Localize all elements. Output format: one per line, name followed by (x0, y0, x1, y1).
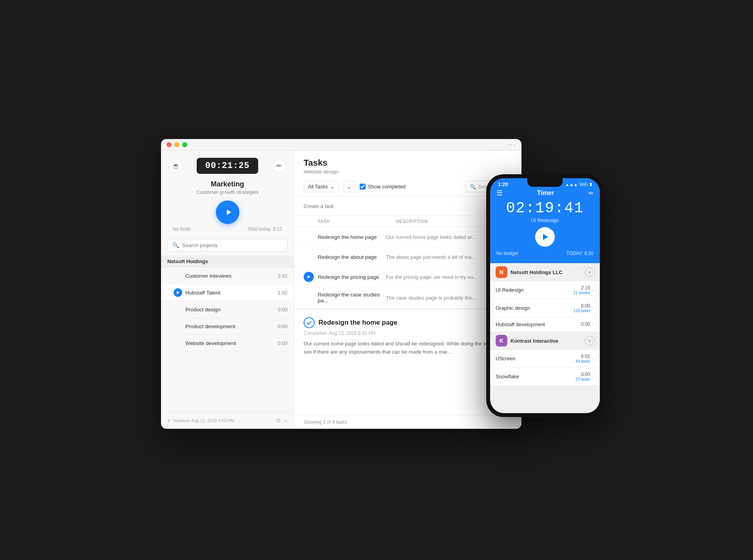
secondary-select[interactable]: ⌄ (343, 181, 356, 192)
project-item-active[interactable]: Hubstaff Talent 1:02 (161, 284, 294, 301)
phone-play-button[interactable] (535, 227, 555, 247)
phone-project-hubstaff-dev[interactable]: Hubstaff development 0:00 › (490, 317, 600, 332)
search-projects-input[interactable] (182, 242, 282, 248)
svg-marker-2 (308, 275, 310, 278)
search-bar[interactable]: 🔍 (167, 239, 288, 251)
project-time: 2:42 (278, 273, 288, 279)
minimize-button[interactable] (174, 142, 179, 147)
edit-icon-button[interactable]: ✏ (272, 159, 286, 173)
play-timer-area: No limits Total today: 8:12 (161, 195, 294, 235)
collapse-icon[interactable]: « (284, 417, 288, 424)
chevron-icon-ui: › (592, 287, 594, 293)
play-button[interactable] (216, 201, 239, 224)
kontrast-name: Kontrast Interactive (510, 338, 558, 344)
main-footer: Showing 1 of 4 tasks (294, 415, 521, 429)
main-title: Tasks (304, 158, 512, 168)
all-tasks-select[interactable]: All Tasks ⌄ (304, 181, 339, 192)
netsoft-avatar: N (496, 266, 507, 278)
project-time-talent: 1:02 (278, 290, 288, 296)
phone-project-name-hdev: Hubstaff development (496, 322, 545, 327)
project-time-dev: 0:00 (278, 323, 288, 329)
project-item[interactable]: Customer inteviews 2:42 (161, 267, 294, 284)
phone-project-ui[interactable]: UI Redesign 2:19 21 stories › (490, 281, 600, 299)
phone-project-right-snowflake: 0:00 23 tasks › (576, 372, 594, 381)
chevron-down-icon: ⌄ (330, 184, 335, 190)
coffee-icon-button[interactable]: ☕ (169, 159, 183, 173)
task-name-4: Redesign the case studies pa... (318, 292, 386, 303)
chevron-icon-hdev: › (592, 321, 594, 327)
close-button[interactable] (167, 142, 172, 147)
task-play-button-3[interactable] (304, 272, 314, 282)
filter-icon[interactable]: ⧉ (276, 417, 281, 424)
main-subtitle: Website design (304, 169, 512, 175)
task-name-2: Redesign the about page (318, 254, 386, 260)
sidebar-header: ☕ 00:21:25 ✏ (161, 151, 294, 178)
refresh-icon: ↻ (167, 418, 171, 423)
project-item-webdev[interactable]: Website development 0:00 (161, 335, 294, 352)
col-task-header: TASK (318, 219, 396, 224)
task-detail-body: Our current home page looks dated and sh… (304, 340, 512, 356)
task-detail-title-row: Redesign the home page (304, 317, 512, 328)
svg-marker-0 (227, 210, 231, 215)
client-group-header: Netsoft Holdings (161, 255, 294, 267)
phone-project-name-uscreen: UScreen (496, 356, 516, 361)
window-menu-icon[interactable]: ··· (508, 141, 516, 149)
coffee-icon: ☕ (172, 162, 180, 170)
phone-project-name-snowflake: Snowflake (496, 374, 519, 379)
phone-client-left: N Netsoft Holdings LLC (496, 266, 563, 278)
create-task-input[interactable] (304, 203, 497, 209)
desktop-window: ··· ☕ 00:21:25 ✏ Marketing Customer grow… (161, 139, 521, 429)
chevron-down-icon2: ⌄ (347, 184, 351, 190)
phone-project-tasks-snowflake: 23 tasks (576, 377, 590, 381)
task-detail-title: Redesign the home page (319, 319, 397, 327)
phone-frame: 1:20 ▲▲▲ WiFi ▮ ☰ Timer ✏ 02:19:41 U (486, 174, 604, 417)
total-today-label: Total today: 8:12 (248, 226, 282, 232)
phone-timer-display: 02:19:41 (506, 200, 584, 217)
task-name-3: Redesign the pricing page (318, 274, 386, 280)
netsoft-name: Netsoft Holdings LLC (510, 269, 563, 275)
project-item-dev[interactable]: Product development 0:00 (161, 318, 294, 335)
project-item-design[interactable]: Product design 0:00 (161, 301, 294, 318)
sidebar-project-name: Marketing (161, 180, 294, 188)
phone-edit-icon[interactable]: ✏ (588, 190, 594, 197)
sidebar-project-desc: Customer growth strategies (161, 189, 294, 195)
project-name-dev: Product development (185, 323, 278, 329)
chevron-icon-uscreen: › (592, 356, 594, 362)
traffic-lights (167, 142, 187, 147)
maximize-button[interactable] (182, 142, 187, 147)
phone-project-time-col-snowflake: 0:00 23 tasks (576, 372, 590, 381)
phone-header-title: Timer (537, 190, 554, 197)
phone-project-right-ui: 2:19 21 stories › (573, 285, 594, 295)
task-detail-completed: Completed: Aug 23, 2018 8:50 PM (304, 331, 512, 336)
kontrast-add-button[interactable]: + (585, 336, 594, 345)
phone-project-name-graphic: Graphic design (496, 305, 530, 311)
all-tasks-label: All Tasks (308, 184, 328, 190)
phone-project-right-hdev: 0:00 › (581, 321, 594, 327)
phone-project-tasks-graphic: 120 tasks (574, 309, 590, 313)
wifi-icon: WiFi (579, 182, 588, 187)
show-completed-checkbox[interactable] (360, 184, 366, 190)
phone-header: ☰ Timer ✏ 02:19:41 UI Redesign No budget… (490, 189, 600, 263)
phone-status-icons: ▲▲▲ WiFi ▮ (565, 182, 592, 187)
task-icon-placeholder1 (304, 232, 314, 242)
phone-today-label: TODAY: 8:20 (566, 251, 594, 256)
phone-project-time-graphic: 0:00 (574, 303, 590, 309)
phone-project-uscreen[interactable]: UScreen 6:01 44 tasks › (490, 350, 600, 368)
project-name-design: Product design (185, 307, 278, 313)
phone-project-snowflake[interactable]: Snowflake 0:00 23 tasks › (490, 368, 600, 386)
phone-menu-icon[interactable]: ☰ (496, 189, 503, 197)
netsoft-add-button[interactable]: + (585, 267, 594, 277)
battery-icon: ▮ (590, 182, 592, 187)
phone-project-time-ui: 2:19 (573, 285, 590, 291)
kontrast-avatar: K (496, 335, 507, 347)
footer-updated: ↻ Updated: Aug 12, 2018 4:50 PM (167, 418, 234, 423)
phone-project-time-col-uscreen: 6:01 44 tasks (576, 354, 590, 363)
phone-no-budget: No budget (496, 251, 518, 256)
showing-label: Showing 1 of 4 tasks (304, 419, 347, 425)
phone-project-graphic[interactable]: Graphic design 0:00 120 tasks › (490, 299, 600, 317)
svg-marker-1 (177, 291, 179, 294)
project-name-webdev: Website development (185, 340, 278, 346)
project-icon-placeholder4 (174, 339, 182, 347)
chevron-icon-snowflake: › (592, 374, 594, 380)
task-icon-placeholder4 (304, 293, 314, 303)
